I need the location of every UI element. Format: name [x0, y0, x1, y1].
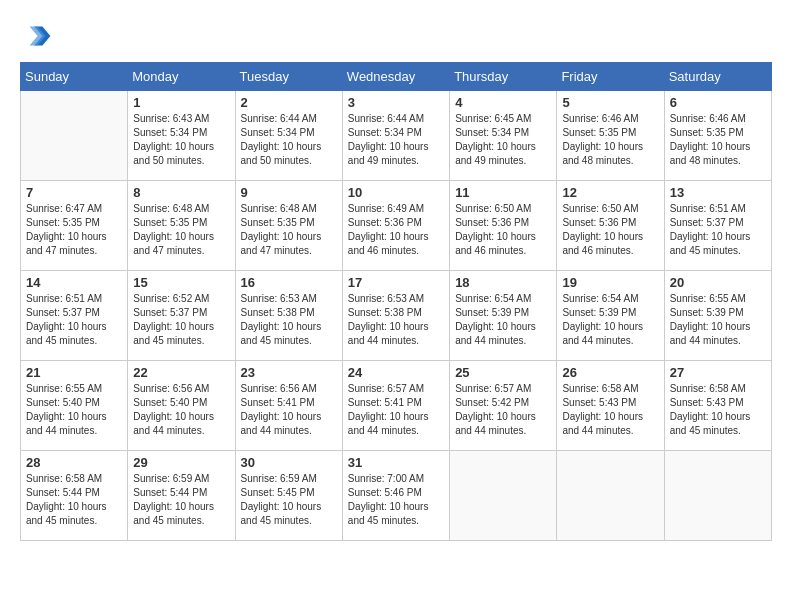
- day-number: 1: [133, 95, 229, 110]
- day-number: 18: [455, 275, 551, 290]
- day-number: 24: [348, 365, 444, 380]
- day-info: Sunrise: 6:46 AM Sunset: 5:35 PM Dayligh…: [670, 112, 766, 168]
- calendar-cell: 31Sunrise: 7:00 AM Sunset: 5:46 PM Dayli…: [342, 451, 449, 541]
- day-number: 14: [26, 275, 122, 290]
- calendar-cell: 1Sunrise: 6:43 AM Sunset: 5:34 PM Daylig…: [128, 91, 235, 181]
- calendar-cell: 6Sunrise: 6:46 AM Sunset: 5:35 PM Daylig…: [664, 91, 771, 181]
- day-info: Sunrise: 6:55 AM Sunset: 5:39 PM Dayligh…: [670, 292, 766, 348]
- day-number: 29: [133, 455, 229, 470]
- day-number: 30: [241, 455, 337, 470]
- day-info: Sunrise: 6:56 AM Sunset: 5:41 PM Dayligh…: [241, 382, 337, 438]
- calendar-cell: 4Sunrise: 6:45 AM Sunset: 5:34 PM Daylig…: [450, 91, 557, 181]
- day-info: Sunrise: 6:49 AM Sunset: 5:36 PM Dayligh…: [348, 202, 444, 258]
- calendar-cell: 9Sunrise: 6:48 AM Sunset: 5:35 PM Daylig…: [235, 181, 342, 271]
- day-number: 9: [241, 185, 337, 200]
- week-row-3: 14Sunrise: 6:51 AM Sunset: 5:37 PM Dayli…: [21, 271, 772, 361]
- calendar-cell: 7Sunrise: 6:47 AM Sunset: 5:35 PM Daylig…: [21, 181, 128, 271]
- week-row-1: 1Sunrise: 6:43 AM Sunset: 5:34 PM Daylig…: [21, 91, 772, 181]
- day-number: 21: [26, 365, 122, 380]
- day-number: 19: [562, 275, 658, 290]
- day-number: 11: [455, 185, 551, 200]
- calendar-cell: 24Sunrise: 6:57 AM Sunset: 5:41 PM Dayli…: [342, 361, 449, 451]
- day-info: Sunrise: 6:54 AM Sunset: 5:39 PM Dayligh…: [562, 292, 658, 348]
- day-info: Sunrise: 6:57 AM Sunset: 5:42 PM Dayligh…: [455, 382, 551, 438]
- day-info: Sunrise: 6:43 AM Sunset: 5:34 PM Dayligh…: [133, 112, 229, 168]
- page-header: [20, 20, 772, 52]
- calendar-cell: 22Sunrise: 6:56 AM Sunset: 5:40 PM Dayli…: [128, 361, 235, 451]
- day-number: 5: [562, 95, 658, 110]
- day-number: 25: [455, 365, 551, 380]
- day-info: Sunrise: 6:54 AM Sunset: 5:39 PM Dayligh…: [455, 292, 551, 348]
- day-number: 16: [241, 275, 337, 290]
- day-info: Sunrise: 6:58 AM Sunset: 5:43 PM Dayligh…: [562, 382, 658, 438]
- calendar-table: SundayMondayTuesdayWednesdayThursdayFrid…: [20, 62, 772, 541]
- calendar-cell: 29Sunrise: 6:59 AM Sunset: 5:44 PM Dayli…: [128, 451, 235, 541]
- col-header-saturday: Saturday: [664, 63, 771, 91]
- col-header-friday: Friday: [557, 63, 664, 91]
- day-number: 23: [241, 365, 337, 380]
- day-info: Sunrise: 7:00 AM Sunset: 5:46 PM Dayligh…: [348, 472, 444, 528]
- calendar-cell: 23Sunrise: 6:56 AM Sunset: 5:41 PM Dayli…: [235, 361, 342, 451]
- day-number: 12: [562, 185, 658, 200]
- calendar-cell: [21, 91, 128, 181]
- calendar-cell: 14Sunrise: 6:51 AM Sunset: 5:37 PM Dayli…: [21, 271, 128, 361]
- week-row-2: 7Sunrise: 6:47 AM Sunset: 5:35 PM Daylig…: [21, 181, 772, 271]
- day-info: Sunrise: 6:45 AM Sunset: 5:34 PM Dayligh…: [455, 112, 551, 168]
- day-info: Sunrise: 6:48 AM Sunset: 5:35 PM Dayligh…: [133, 202, 229, 258]
- col-header-monday: Monday: [128, 63, 235, 91]
- calendar-cell: 11Sunrise: 6:50 AM Sunset: 5:36 PM Dayli…: [450, 181, 557, 271]
- calendar-cell: 28Sunrise: 6:58 AM Sunset: 5:44 PM Dayli…: [21, 451, 128, 541]
- calendar-cell: 8Sunrise: 6:48 AM Sunset: 5:35 PM Daylig…: [128, 181, 235, 271]
- calendar-header-row: SundayMondayTuesdayWednesdayThursdayFrid…: [21, 63, 772, 91]
- day-info: Sunrise: 6:58 AM Sunset: 5:43 PM Dayligh…: [670, 382, 766, 438]
- day-number: 7: [26, 185, 122, 200]
- calendar-cell: 10Sunrise: 6:49 AM Sunset: 5:36 PM Dayli…: [342, 181, 449, 271]
- day-info: Sunrise: 6:59 AM Sunset: 5:45 PM Dayligh…: [241, 472, 337, 528]
- day-info: Sunrise: 6:55 AM Sunset: 5:40 PM Dayligh…: [26, 382, 122, 438]
- day-info: Sunrise: 6:51 AM Sunset: 5:37 PM Dayligh…: [26, 292, 122, 348]
- day-info: Sunrise: 6:44 AM Sunset: 5:34 PM Dayligh…: [241, 112, 337, 168]
- calendar-cell: 16Sunrise: 6:53 AM Sunset: 5:38 PM Dayli…: [235, 271, 342, 361]
- day-info: Sunrise: 6:53 AM Sunset: 5:38 PM Dayligh…: [241, 292, 337, 348]
- calendar-cell: 18Sunrise: 6:54 AM Sunset: 5:39 PM Dayli…: [450, 271, 557, 361]
- calendar-cell: 17Sunrise: 6:53 AM Sunset: 5:38 PM Dayli…: [342, 271, 449, 361]
- day-number: 15: [133, 275, 229, 290]
- calendar-cell: 20Sunrise: 6:55 AM Sunset: 5:39 PM Dayli…: [664, 271, 771, 361]
- day-number: 2: [241, 95, 337, 110]
- calendar-cell: 12Sunrise: 6:50 AM Sunset: 5:36 PM Dayli…: [557, 181, 664, 271]
- col-header-wednesday: Wednesday: [342, 63, 449, 91]
- day-number: 17: [348, 275, 444, 290]
- day-number: 31: [348, 455, 444, 470]
- week-row-4: 21Sunrise: 6:55 AM Sunset: 5:40 PM Dayli…: [21, 361, 772, 451]
- calendar-cell: 19Sunrise: 6:54 AM Sunset: 5:39 PM Dayli…: [557, 271, 664, 361]
- day-info: Sunrise: 6:47 AM Sunset: 5:35 PM Dayligh…: [26, 202, 122, 258]
- calendar-cell: 2Sunrise: 6:44 AM Sunset: 5:34 PM Daylig…: [235, 91, 342, 181]
- day-number: 28: [26, 455, 122, 470]
- day-number: 13: [670, 185, 766, 200]
- calendar-cell: 15Sunrise: 6:52 AM Sunset: 5:37 PM Dayli…: [128, 271, 235, 361]
- calendar-cell: [664, 451, 771, 541]
- day-info: Sunrise: 6:56 AM Sunset: 5:40 PM Dayligh…: [133, 382, 229, 438]
- day-info: Sunrise: 6:50 AM Sunset: 5:36 PM Dayligh…: [562, 202, 658, 258]
- day-info: Sunrise: 6:44 AM Sunset: 5:34 PM Dayligh…: [348, 112, 444, 168]
- calendar-cell: [557, 451, 664, 541]
- week-row-5: 28Sunrise: 6:58 AM Sunset: 5:44 PM Dayli…: [21, 451, 772, 541]
- calendar-cell: 13Sunrise: 6:51 AM Sunset: 5:37 PM Dayli…: [664, 181, 771, 271]
- day-info: Sunrise: 6:53 AM Sunset: 5:38 PM Dayligh…: [348, 292, 444, 348]
- day-info: Sunrise: 6:48 AM Sunset: 5:35 PM Dayligh…: [241, 202, 337, 258]
- day-info: Sunrise: 6:50 AM Sunset: 5:36 PM Dayligh…: [455, 202, 551, 258]
- day-number: 27: [670, 365, 766, 380]
- day-number: 4: [455, 95, 551, 110]
- day-number: 26: [562, 365, 658, 380]
- day-info: Sunrise: 6:59 AM Sunset: 5:44 PM Dayligh…: [133, 472, 229, 528]
- col-header-sunday: Sunday: [21, 63, 128, 91]
- day-info: Sunrise: 6:58 AM Sunset: 5:44 PM Dayligh…: [26, 472, 122, 528]
- day-info: Sunrise: 6:46 AM Sunset: 5:35 PM Dayligh…: [562, 112, 658, 168]
- day-number: 10: [348, 185, 444, 200]
- day-number: 20: [670, 275, 766, 290]
- calendar-cell: 3Sunrise: 6:44 AM Sunset: 5:34 PM Daylig…: [342, 91, 449, 181]
- day-number: 3: [348, 95, 444, 110]
- logo: [20, 20, 56, 52]
- col-header-tuesday: Tuesday: [235, 63, 342, 91]
- day-info: Sunrise: 6:57 AM Sunset: 5:41 PM Dayligh…: [348, 382, 444, 438]
